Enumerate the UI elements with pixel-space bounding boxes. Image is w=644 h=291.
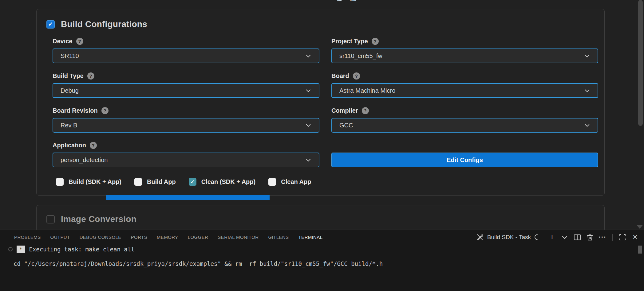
tools-icon [476,234,484,241]
executing-task-text: Executing task: make clean all [29,246,134,253]
application-label: Application [53,142,86,149]
chevron-down-icon [305,156,312,164]
clean-sdk-app-checkbox[interactable]: ✓ [189,178,196,186]
terminal-task-entry[interactable]: Build SDK - Task [476,234,540,241]
build-sdk-app-checkbox[interactable] [56,178,64,186]
task-spinner-icon [533,233,542,241]
asterisk-badge: * [17,246,25,253]
progress-bar [106,195,270,200]
tab-terminal[interactable]: TERMINAL [298,230,322,244]
webview-scrollbar[interactable] [637,0,644,230]
bottom-panel: PROBLEMS OUTPUT DEBUG CONSOLE PORTS MEMO… [0,230,644,291]
extension-webview: ✓ Build Configurations Device ? SR110 Pr… [0,0,644,230]
tab-output[interactable]: OUTPUT [50,230,70,244]
device-label: Device [53,38,73,45]
help-icon[interactable]: ? [76,38,83,45]
image-conversion-checkbox[interactable] [46,215,55,223]
more-actions-icon[interactable]: ··· [599,233,606,241]
chevron-down-icon [583,87,591,94]
chevron-down-icon [583,122,591,129]
build-sdk-app-option: Build (SDK + App) [56,178,121,186]
edit-configs-cell: Edit Configs [331,141,598,167]
clipped-content-fragment [337,0,342,1]
clean-app-option: Clean App [268,178,311,186]
tab-serial-monitor[interactable]: SERIAL MONITOR [218,230,259,244]
image-conversion-card: Image Conversion [36,205,605,230]
help-icon[interactable]: ? [353,72,360,80]
tab-ports[interactable]: PORTS [131,230,147,244]
application-field: Application ? person_detection [53,141,319,167]
compiler-field: Compiler ? GCC [331,106,598,133]
project-type-value: sr110_cm55_fw [339,52,382,60]
section-title: Image Conversion [61,214,136,224]
compiler-select[interactable]: GCC [331,118,598,133]
build-configurations-card: ✓ Build Configurations Device ? SR110 Pr… [36,9,605,196]
tab-problems[interactable]: PROBLEMS [14,230,41,244]
project-type-select[interactable]: sr110_cm55_fw [331,49,598,63]
help-icon[interactable]: ? [90,142,97,149]
board-revision-value: Rev B [61,122,77,129]
edit-configs-button[interactable]: Edit Configs [331,153,598,167]
terminal-content[interactable]: * Executing task: make clean all cd "/c/… [0,244,644,291]
clean-sdk-app-label: Clean (SDK + App) [201,178,256,185]
board-revision-select[interactable]: Rev B [53,118,319,133]
build-app-checkbox[interactable] [134,178,142,186]
project-type-field: Project Type ? sr110_cm55_fw [331,37,598,63]
launch-profile-chevron-icon[interactable] [561,233,569,241]
panel-actions: Build SDK - Task + ··· × [476,233,639,241]
chevron-down-icon [305,122,312,129]
check-icon: ✓ [191,179,195,185]
application-select[interactable]: person_detection [53,153,319,167]
task-label: Build SDK - Task [487,234,531,241]
tab-debug-console[interactable]: DEBUG CONSOLE [80,230,121,244]
help-icon[interactable]: ? [362,107,369,114]
section-title: Build Configurations [61,19,147,29]
clean-app-checkbox[interactable] [268,178,276,186]
build-type-label: Build Type [53,72,84,80]
build-options-row: Build (SDK + App) Build App ✓ Clean (SDK… [56,178,598,186]
project-type-label: Project Type [331,38,368,45]
actions-divider [612,234,613,241]
build-type-field: Build Type ? Debug [53,72,319,98]
build-config-form: Device ? SR110 Project Type ? sr110_cm55… [53,37,598,167]
terminal-line: * Executing task: make clean all [8,246,135,253]
panel-tabs: PROBLEMS OUTPUT DEBUG CONSOLE PORTS MEMO… [14,230,323,244]
compiler-value: GCC [339,122,353,129]
tab-gitlens[interactable]: GITLENS [268,230,289,244]
split-terminal-icon[interactable] [573,233,581,241]
scrollbar-thumb[interactable] [638,0,643,126]
help-icon[interactable]: ? [101,107,109,114]
tab-memory[interactable]: MEMORY [157,230,178,244]
build-configurations-checkbox[interactable]: ✓ [46,20,55,29]
build-sdk-app-label: Build (SDK + App) [69,178,121,185]
panel-header: PROBLEMS OUTPUT DEBUG CONSOLE PORTS MEMO… [0,230,644,244]
build-app-option: Build App [134,178,176,186]
chevron-down-icon [305,52,312,60]
close-panel-icon[interactable]: × [631,233,639,241]
command-decoration-icon[interactable] [8,247,13,251]
clean-sdk-app-option: ✓ Clean (SDK + App) [189,178,256,186]
clipped-content-fragment [350,0,356,1]
new-terminal-button[interactable]: + [548,233,556,241]
tab-logger[interactable]: LOGGER [188,230,208,244]
clean-app-label: Clean App [281,178,311,185]
maximize-panel-icon[interactable] [618,233,626,241]
kill-terminal-trash-icon[interactable] [586,233,594,241]
image-conversion-header: Image Conversion [46,214,598,224]
device-select[interactable]: SR110 [53,49,319,63]
help-icon[interactable]: ? [372,38,379,45]
build-app-label: Build App [147,178,176,185]
build-type-value: Debug [61,87,79,94]
compiler-label: Compiler [331,107,358,114]
board-field: Board ? Astra Machina Micro [331,72,598,98]
terminal-scrollbar-thumb[interactable] [638,246,642,254]
board-select[interactable]: Astra Machina Micro [331,83,598,98]
scroll-down-arrow-icon[interactable] [636,225,643,229]
build-configurations-header: ✓ Build Configurations [46,19,598,29]
terminal-command-text: cd "/c/Users/pnataraj/Downloads/srsdk_pr… [14,260,383,267]
board-revision-label: Board Revision [53,107,98,114]
help-icon[interactable]: ? [87,72,94,80]
board-revision-field: Board Revision ? Rev B [53,106,319,133]
chevron-down-icon [583,52,591,60]
build-type-select[interactable]: Debug [53,83,319,98]
